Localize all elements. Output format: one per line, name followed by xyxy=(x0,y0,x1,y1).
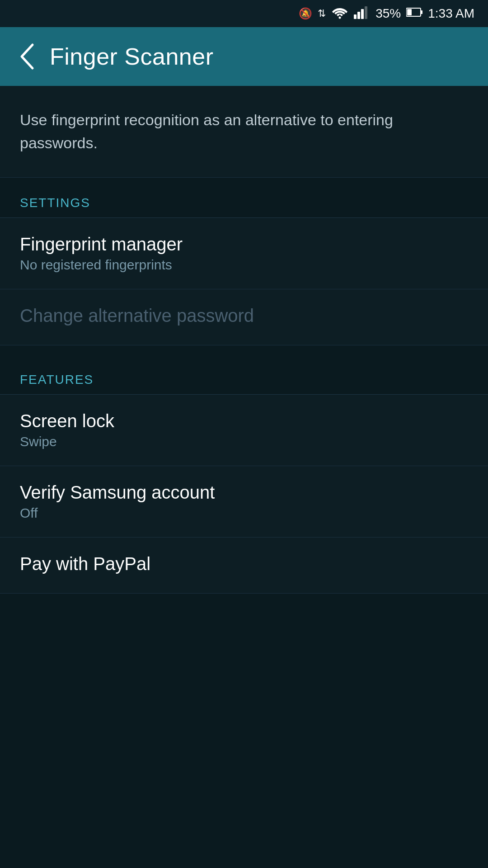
settings-section-header: SETTINGS xyxy=(0,178,488,217)
features-section-header: FEATURES xyxy=(0,354,488,394)
battery-percentage: 35% xyxy=(375,6,401,21)
svg-rect-3 xyxy=(361,9,364,19)
status-icons: 🔕 ⇅ 35% xyxy=(299,5,474,22)
status-bar: 🔕 ⇅ 35% xyxy=(0,0,488,27)
toolbar: Finger Scanner xyxy=(0,27,488,86)
settings-header-label: SETTINGS xyxy=(20,196,90,210)
pay-with-paypal-title: Pay with PayPal xyxy=(20,554,468,574)
status-time: 1:33 AM xyxy=(428,6,474,21)
verify-samsung-account-subtitle: Off xyxy=(20,505,468,521)
change-alt-password-title: Change alternative password xyxy=(20,306,468,326)
screen-lock-item[interactable]: Screen lock Swipe xyxy=(0,395,488,466)
change-alt-password-item[interactable]: Change alternative password xyxy=(0,289,488,345)
description-text: Use fingerprint recognition as an altern… xyxy=(20,108,468,155)
svg-rect-6 xyxy=(421,10,422,14)
screen-lock-title: Screen lock xyxy=(20,411,468,431)
battery-icon xyxy=(406,7,422,20)
svg-rect-1 xyxy=(354,14,357,19)
screen-lock-subtitle: Swipe xyxy=(20,434,468,449)
toolbar-title: Finger Scanner xyxy=(50,43,214,70)
sync-icon: ⇅ xyxy=(318,8,326,19)
fingerprint-manager-item[interactable]: Fingerprint manager No registered finger… xyxy=(0,218,488,289)
mute-icon: 🔕 xyxy=(299,7,312,20)
verify-samsung-account-title: Verify Samsung account xyxy=(20,482,468,503)
wifi-icon xyxy=(331,5,348,22)
fingerprint-manager-title: Fingerprint manager xyxy=(20,234,468,255)
svg-rect-7 xyxy=(407,9,412,15)
back-button[interactable] xyxy=(14,43,41,70)
fingerprint-manager-subtitle: No registered fingerprints xyxy=(20,257,468,273)
verify-samsung-account-item[interactable]: Verify Samsung account Off xyxy=(0,466,488,538)
description-section: Use fingerprint recognition as an altern… xyxy=(0,86,488,178)
empty-space xyxy=(0,594,488,865)
features-header-label: FEATURES xyxy=(20,373,94,387)
signal-icon xyxy=(354,5,370,22)
pay-with-paypal-item[interactable]: Pay with PayPal xyxy=(0,538,488,594)
svg-rect-4 xyxy=(365,6,367,19)
svg-rect-2 xyxy=(357,12,360,19)
svg-point-0 xyxy=(339,17,341,19)
